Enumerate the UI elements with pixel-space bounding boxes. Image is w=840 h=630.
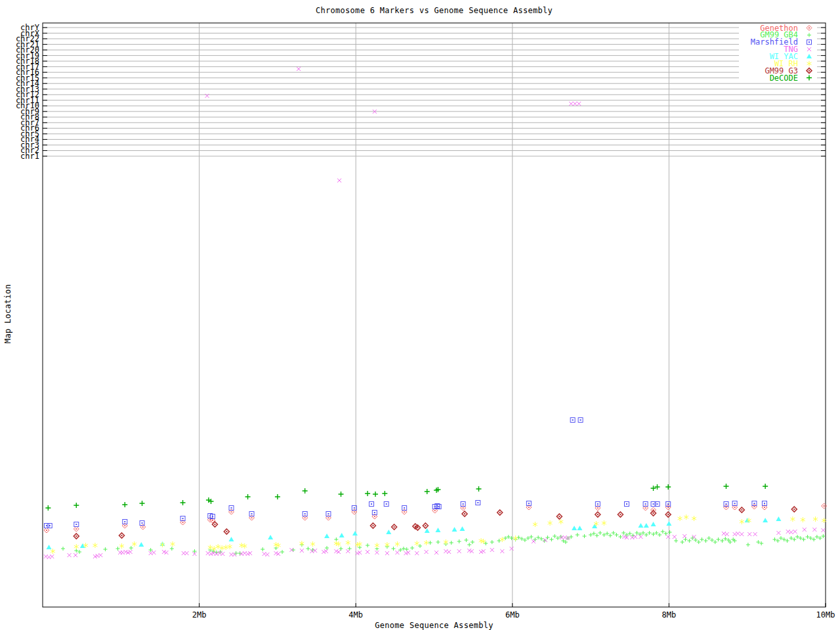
x-tick-label-10mb: 10Mb [816, 610, 835, 620]
x-axis-label: Genome Sequence Assembly [43, 621, 826, 630]
chart-title: Chromosome 6 Markers vs Genome Sequence … [43, 6, 826, 15]
x-tick-label-8mb: 8Mb [662, 610, 677, 620]
series-gm99-gb4 [61, 530, 825, 555]
x-tick-labels: 2Mb4Mb6Mb8Mb10Mb [192, 610, 835, 620]
series-genethon [44, 503, 827, 533]
series-wi-rh [51, 514, 826, 554]
x-tick-label-4mb: 4Mb [348, 610, 363, 620]
y-gridlines [43, 28, 826, 156]
x-tick-label-2mb: 2Mb [192, 610, 207, 620]
plot-border [43, 23, 826, 607]
x-tick-label-6mb: 6Mb [505, 610, 520, 620]
series-tng [44, 67, 826, 559]
chart-page: chrYchrXchr22chr21chr20chr19chr18chr17ch… [0, 0, 840, 630]
y-tick-label-chr1: chr1 [20, 152, 39, 161]
x-gridlines [200, 23, 669, 607]
axis-ticks [43, 28, 826, 607]
series-marshfield [44, 418, 766, 528]
y-axis-label: Map Location [3, 284, 12, 343]
y-tick-labels: chrYchrXchr22chr21chr20chr19chr18chr17ch… [16, 23, 40, 161]
plot-area: chrYchrXchr22chr21chr20chr19chr18chr17ch… [0, 0, 840, 630]
legend: GenethonGM99 GB4MarshfieldTNGWI YACWI RH… [739, 24, 817, 83]
series-wi-yac [47, 516, 782, 549]
legend-label-decode: DeCODE [770, 74, 798, 83]
